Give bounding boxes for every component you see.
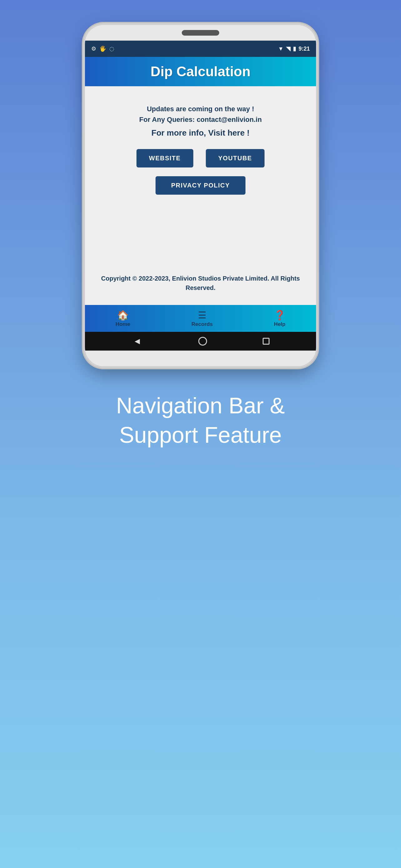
sync-icon: ◌ (109, 45, 114, 52)
signal-icon: ◥ (286, 45, 291, 52)
status-right-icons: ▼ ◥ ▮ 9:21 (278, 45, 310, 52)
nav-help[interactable]: ❓ Help (268, 309, 292, 329)
app-title: Dip Calculation (91, 64, 310, 80)
query-text: For Any Queries: contact@enlivion.in (139, 116, 262, 124)
home-icon: 🏠 (117, 311, 129, 320)
nav-records[interactable]: ☰ Records (185, 309, 219, 329)
app-header: Dip Calculation (85, 57, 316, 86)
help-label: Help (274, 321, 286, 328)
main-content: Updates are coming on the way ! For Any … (85, 86, 316, 305)
caption-text: Navigation Bar & Support Feature (116, 391, 285, 450)
records-icon: ☰ (198, 311, 206, 320)
home-button[interactable] (198, 337, 207, 346)
recents-button[interactable] (263, 338, 269, 345)
time-display: 9:21 (299, 45, 310, 52)
caption-area: Navigation Bar & Support Feature (85, 391, 316, 450)
nav-home[interactable]: 🏠 Home (109, 309, 136, 329)
caption-line1: Navigation Bar & (116, 393, 285, 418)
youtube-button[interactable]: YOUTUBE (206, 149, 265, 167)
records-label: Records (192, 321, 213, 328)
back-icon: ◀ (135, 337, 140, 345)
home-label: Home (115, 321, 130, 328)
copyright-text: Copyright © 2022-2023, Enlivion Studios … (97, 274, 304, 292)
phone-speaker (182, 30, 219, 36)
help-icon: ❓ (274, 311, 286, 320)
website-button[interactable]: WEBSITE (136, 149, 193, 167)
phone-bottom (85, 350, 316, 366)
updates-text: Updates are coming on the way ! (147, 105, 254, 113)
status-left-icons: ⚙ 🖐 ◌ (91, 45, 114, 52)
sdcard-icon: 🖐 (99, 45, 106, 52)
caption-line2: Support Feature (119, 423, 282, 447)
status-bar: ⚙ 🖐 ◌ ▼ ◥ ▮ 9:21 (85, 41, 316, 57)
settings-icon: ⚙ (91, 45, 96, 52)
back-button[interactable]: ◀ (132, 336, 143, 347)
android-nav: ◀ (85, 332, 316, 350)
nav-bar: 🏠 Home ☰ Records ❓ Help (85, 305, 316, 332)
link-buttons-row: WEBSITE YOUTUBE (136, 149, 265, 167)
wifi-icon: ▼ (278, 45, 283, 52)
phone-frame: ⚙ 🖐 ◌ ▼ ◥ ▮ 9:21 Dip Calculation Updates… (85, 25, 316, 366)
phone-top (85, 25, 316, 41)
privacy-policy-button[interactable]: PRIVACY POLICY (156, 176, 245, 195)
battery-icon: ▮ (293, 45, 296, 52)
more-info-text: For more info, Visit here ! (152, 128, 249, 138)
phone-screen: ⚙ 🖐 ◌ ▼ ◥ ▮ 9:21 Dip Calculation Updates… (85, 41, 316, 350)
